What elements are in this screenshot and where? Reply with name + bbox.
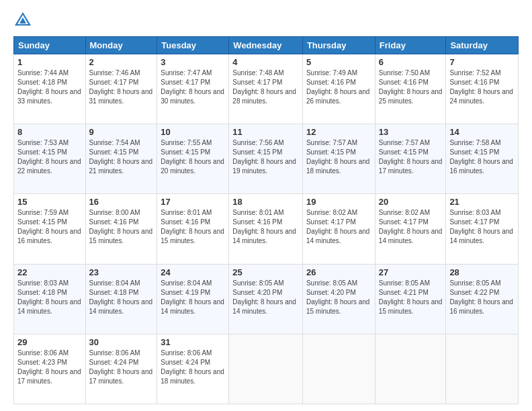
day-number: 7 [449,57,515,67]
day-info: Sunrise: 8:02 AMSunset: 4:17 PMDaylight:… [306,209,370,244]
day-info: Sunrise: 8:04 AMSunset: 4:19 PMDaylight:… [161,279,224,315]
day-info: Sunrise: 8:03 AMSunset: 4:17 PMDaylight:… [449,209,513,244]
weekday-header: Tuesday [157,37,229,54]
day-number: 6 [379,57,443,67]
calendar-cell: 20 Sunrise: 8:02 AMSunset: 4:17 PMDaylig… [375,194,446,264]
day-number: 4 [232,57,299,67]
weekday-header: Sunday [14,37,86,54]
day-info: Sunrise: 8:02 AMSunset: 4:17 PMDaylight:… [379,209,443,244]
day-number: 27 [379,267,443,277]
day-info: Sunrise: 7:47 AMSunset: 4:17 PMDaylight:… [161,69,224,105]
calendar-cell: 27 Sunrise: 8:05 AMSunset: 4:21 PMDaylig… [375,264,446,334]
day-info: Sunrise: 8:05 AMSunset: 4:20 PMDaylight:… [232,279,296,315]
day-info: Sunrise: 8:05 AMSunset: 4:22 PMDaylight:… [449,279,513,315]
day-info: Sunrise: 7:44 AMSunset: 4:18 PMDaylight:… [17,69,81,105]
calendar-cell: 1 Sunrise: 7:44 AMSunset: 4:18 PMDayligh… [14,54,86,124]
day-info: Sunrise: 8:06 AMSunset: 4:23 PMDaylight:… [17,349,81,385]
calendar-cell: 5 Sunrise: 7:49 AMSunset: 4:16 PMDayligh… [302,54,375,124]
calendar-cell: 22 Sunrise: 8:03 AMSunset: 4:18 PMDaylig… [14,264,86,334]
day-info: Sunrise: 7:49 AMSunset: 4:16 PMDaylight:… [306,69,370,105]
day-number: 30 [89,337,154,347]
calendar-cell [229,334,303,404]
calendar-cell: 18 Sunrise: 8:01 AMSunset: 4:16 PMDaylig… [229,194,303,264]
day-number: 13 [379,127,443,137]
calendar-cell: 4 Sunrise: 7:48 AMSunset: 4:17 PMDayligh… [229,54,303,124]
day-number: 3 [161,57,225,67]
header [13,11,519,30]
day-number: 11 [232,127,299,137]
page: SundayMondayTuesdayWednesdayThursdayFrid… [0,0,532,411]
calendar-cell [302,334,375,404]
week-row: 1 Sunrise: 7:44 AMSunset: 4:18 PMDayligh… [14,54,519,124]
day-number: 8 [17,127,82,137]
day-info: Sunrise: 7:53 AMSunset: 4:15 PMDaylight:… [17,139,81,175]
day-number: 23 [89,267,154,277]
day-info: Sunrise: 8:01 AMSunset: 4:16 PMDaylight:… [161,209,224,244]
day-info: Sunrise: 7:57 AMSunset: 4:15 PMDaylight:… [379,139,443,175]
day-info: Sunrise: 7:59 AMSunset: 4:15 PMDaylight:… [17,209,81,244]
calendar-cell: 2 Sunrise: 7:46 AMSunset: 4:17 PMDayligh… [85,54,157,124]
day-info: Sunrise: 8:06 AMSunset: 4:24 PMDaylight:… [161,349,224,385]
day-info: Sunrise: 8:04 AMSunset: 4:18 PMDaylight:… [89,279,153,315]
day-number: 20 [379,197,443,207]
calendar-cell: 14 Sunrise: 7:58 AMSunset: 4:15 PMDaylig… [446,124,519,194]
calendar-cell [446,334,519,404]
calendar-table: SundayMondayTuesdayWednesdayThursdayFrid… [13,36,519,404]
day-number: 18 [232,197,299,207]
calendar-cell: 24 Sunrise: 8:04 AMSunset: 4:19 PMDaylig… [157,264,229,334]
day-number: 28 [449,267,515,277]
calendar-cell: 11 Sunrise: 7:56 AMSunset: 4:15 PMDaylig… [229,124,303,194]
calendar-cell: 25 Sunrise: 8:05 AMSunset: 4:20 PMDaylig… [229,264,303,334]
week-row: 29 Sunrise: 8:06 AMSunset: 4:23 PMDaylig… [14,334,519,404]
calendar-cell: 21 Sunrise: 8:03 AMSunset: 4:17 PMDaylig… [446,194,519,264]
weekday-header: Wednesday [229,37,303,54]
day-number: 31 [161,337,225,347]
day-info: Sunrise: 7:55 AMSunset: 4:15 PMDaylight:… [161,139,224,175]
day-info: Sunrise: 8:06 AMSunset: 4:24 PMDaylight:… [89,349,153,385]
calendar-cell: 3 Sunrise: 7:47 AMSunset: 4:17 PMDayligh… [157,54,229,124]
header-row: SundayMondayTuesdayWednesdayThursdayFrid… [14,37,519,54]
day-info: Sunrise: 8:03 AMSunset: 4:18 PMDaylight:… [17,279,81,315]
calendar-cell: 6 Sunrise: 7:50 AMSunset: 4:16 PMDayligh… [375,54,446,124]
calendar-cell: 23 Sunrise: 8:04 AMSunset: 4:18 PMDaylig… [85,264,157,334]
day-info: Sunrise: 8:05 AMSunset: 4:20 PMDaylight:… [306,279,370,315]
day-number: 19 [306,197,371,207]
logo [13,11,35,30]
weekday-header: Monday [85,37,157,54]
weekday-header: Friday [375,37,446,54]
day-info: Sunrise: 7:56 AMSunset: 4:15 PMDaylight:… [232,139,296,175]
day-number: 25 [232,267,299,277]
day-number: 24 [161,267,225,277]
calendar-cell: 31 Sunrise: 8:06 AMSunset: 4:24 PMDaylig… [157,334,229,404]
calendar-cell: 17 Sunrise: 8:01 AMSunset: 4:16 PMDaylig… [157,194,229,264]
calendar-cell [375,334,446,404]
logo-icon [13,11,32,30]
calendar-cell: 26 Sunrise: 8:05 AMSunset: 4:20 PMDaylig… [302,264,375,334]
day-info: Sunrise: 7:54 AMSunset: 4:15 PMDaylight:… [89,139,153,175]
week-row: 15 Sunrise: 7:59 AMSunset: 4:15 PMDaylig… [14,194,519,264]
day-number: 14 [449,127,515,137]
day-number: 21 [449,197,515,207]
day-info: Sunrise: 8:00 AMSunset: 4:16 PMDaylight:… [89,209,153,244]
calendar-cell: 15 Sunrise: 7:59 AMSunset: 4:15 PMDaylig… [14,194,86,264]
calendar-cell: 19 Sunrise: 8:02 AMSunset: 4:17 PMDaylig… [302,194,375,264]
day-number: 2 [89,57,154,67]
day-info: Sunrise: 8:05 AMSunset: 4:21 PMDaylight:… [379,279,443,315]
day-info: Sunrise: 8:01 AMSunset: 4:16 PMDaylight:… [232,209,296,244]
day-number: 17 [161,197,225,207]
day-info: Sunrise: 7:50 AMSunset: 4:16 PMDaylight:… [379,69,443,105]
day-info: Sunrise: 7:52 AMSunset: 4:16 PMDaylight:… [449,69,513,105]
day-number: 15 [17,197,82,207]
week-row: 8 Sunrise: 7:53 AMSunset: 4:15 PMDayligh… [14,124,519,194]
weekday-header: Saturday [446,37,519,54]
calendar-cell: 7 Sunrise: 7:52 AMSunset: 4:16 PMDayligh… [446,54,519,124]
calendar-cell: 30 Sunrise: 8:06 AMSunset: 4:24 PMDaylig… [85,334,157,404]
calendar-cell: 13 Sunrise: 7:57 AMSunset: 4:15 PMDaylig… [375,124,446,194]
calendar-cell: 16 Sunrise: 8:00 AMSunset: 4:16 PMDaylig… [85,194,157,264]
day-number: 5 [306,57,371,67]
calendar-cell: 10 Sunrise: 7:55 AMSunset: 4:15 PMDaylig… [157,124,229,194]
day-info: Sunrise: 7:48 AMSunset: 4:17 PMDaylight:… [232,69,296,105]
calendar-cell: 9 Sunrise: 7:54 AMSunset: 4:15 PMDayligh… [85,124,157,194]
calendar-cell: 29 Sunrise: 8:06 AMSunset: 4:23 PMDaylig… [14,334,86,404]
calendar-cell: 8 Sunrise: 7:53 AMSunset: 4:15 PMDayligh… [14,124,86,194]
